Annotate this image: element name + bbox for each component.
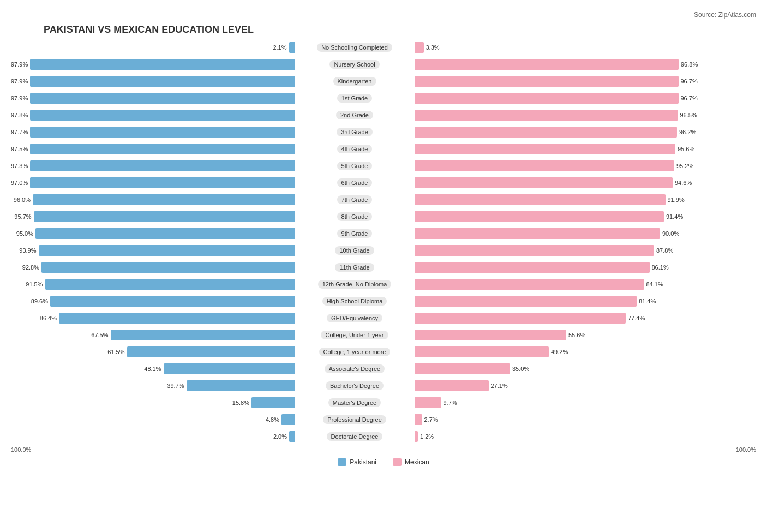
- right-bar-label: 9.7%: [444, 399, 457, 406]
- left-bar: [30, 59, 295, 70]
- right-bar-area: 77.4%: [415, 313, 698, 324]
- left-bar: [30, 127, 295, 138]
- pakistani-legend-box: [338, 458, 346, 466]
- table-row: 61.5%College, 1 year or more49.2%: [11, 344, 756, 360]
- right-bar-area: 95.6%: [415, 144, 698, 154]
- right-bar-label: 84.1%: [646, 281, 663, 288]
- row-label: 4th Grade: [295, 146, 415, 152]
- left-bar-area: 95.7%: [11, 211, 295, 222]
- left-bar-area: 97.5%: [11, 144, 295, 154]
- left-bar: [34, 211, 295, 222]
- row-label: 2nd Grade: [295, 112, 415, 118]
- left-bar-label: 97.3%: [11, 163, 28, 169]
- right-bar-area: 3.3%: [415, 42, 698, 53]
- row-label: Kindergarten: [295, 78, 415, 85]
- row-label: 7th Grade: [295, 196, 415, 203]
- label-pill: College, Under 1 year: [321, 331, 388, 339]
- table-row: 48.1%Associate's Degree35.0%: [11, 361, 756, 376]
- left-bar-label: 95.7%: [14, 213, 31, 220]
- right-bar-area: 96.5%: [415, 110, 698, 121]
- table-row: 86.4%GED/Equivalency77.4%: [11, 310, 756, 326]
- right-bar: [415, 346, 549, 357]
- label-pill: 2nd Grade: [336, 111, 373, 119]
- right-bar-area: 35.0%: [415, 363, 698, 374]
- label-pill: 11th Grade: [335, 263, 374, 272]
- source-label: Source: ZipAtlas.com: [11, 11, 756, 19]
- right-bar: [415, 211, 664, 222]
- left-bar-label: 67.5%: [91, 332, 108, 338]
- left-bar-area: 61.5%: [11, 346, 295, 357]
- table-row: 92.8%11th Grade86.1%: [11, 260, 756, 275]
- right-bar: [415, 144, 675, 154]
- label-pill: Associate's Degree: [325, 364, 385, 373]
- label-pill: No Schooling Completed: [317, 43, 392, 52]
- left-bar-label: 97.8%: [11, 112, 28, 118]
- left-bar: [45, 279, 295, 290]
- left-bar-label: 97.9%: [11, 61, 28, 68]
- left-bar: [111, 330, 295, 340]
- row-label: 10th Grade: [295, 247, 415, 254]
- right-bar-label: 96.2%: [679, 129, 696, 135]
- right-bar-label: 3.3%: [426, 44, 440, 51]
- right-bar: [415, 110, 678, 121]
- axis-right: 100.0%: [472, 446, 756, 453]
- left-bar-label: 39.7%: [167, 382, 184, 389]
- left-bar: [289, 431, 295, 442]
- right-bar-area: 1.2%: [415, 431, 698, 442]
- left-bar: [41, 262, 295, 273]
- left-bar: [30, 110, 295, 121]
- label-pill: Professional Degree: [323, 415, 386, 424]
- right-bar-area: 96.8%: [415, 59, 698, 70]
- right-bar: [415, 313, 626, 324]
- left-bar-area: 67.5%: [11, 330, 295, 340]
- right-bar: [415, 42, 424, 53]
- row-label: Doctorate Degree: [295, 433, 415, 440]
- row-label: Associate's Degree: [295, 366, 415, 372]
- left-bar: [30, 144, 295, 154]
- axis-labels: 100.0% 100.0%: [11, 446, 756, 453]
- mexican-legend-box: [393, 458, 402, 466]
- right-bar: [415, 177, 673, 188]
- left-bar-label: 2.1%: [273, 44, 286, 51]
- left-bar-label: 4.8%: [266, 416, 279, 423]
- right-bar-label: 81.4%: [639, 298, 656, 304]
- left-bar-label: 96.0%: [14, 196, 31, 203]
- right-bar-label: 86.1%: [652, 264, 669, 271]
- left-bar-label: 15.8%: [232, 399, 249, 406]
- right-bar-area: 84.1%: [415, 279, 698, 290]
- left-bar-area: 48.1%: [11, 363, 295, 374]
- right-bar-label: 49.2%: [551, 349, 568, 355]
- row-label: No Schooling Completed: [295, 44, 415, 51]
- right-bar-label: 96.7%: [681, 78, 698, 85]
- label-pill: 10th Grade: [335, 246, 374, 255]
- row-label: 1st Grade: [295, 95, 415, 101]
- label-pill: 3rd Grade: [337, 128, 373, 136]
- label-pill: Doctorate Degree: [327, 432, 383, 441]
- left-bar-area: 92.8%: [11, 262, 295, 273]
- left-bar: [289, 42, 295, 53]
- left-bar-area: 97.0%: [11, 177, 295, 188]
- left-bar: [30, 93, 295, 104]
- row-label: 8th Grade: [295, 213, 415, 220]
- row-label: 12th Grade, No Diploma: [295, 281, 415, 288]
- right-bar-area: 95.2%: [415, 160, 698, 171]
- left-bar-area: 97.9%: [11, 93, 295, 104]
- right-bar-area: 2.7%: [415, 414, 698, 425]
- label-pill: Bachelor's Degree: [326, 381, 384, 390]
- left-bar-label: 95.0%: [16, 230, 33, 237]
- axis-left: 100.0%: [11, 446, 295, 453]
- label-pill: 5th Grade: [337, 162, 373, 170]
- right-bar-label: 35.0%: [512, 366, 529, 372]
- row-label: Nursery School: [295, 61, 415, 68]
- right-bar-area: 87.8%: [415, 245, 698, 256]
- right-bar-label: 95.2%: [676, 163, 693, 169]
- table-row: 97.7%3rd Grade96.2%: [11, 124, 756, 140]
- label-pill: Nursery School: [329, 60, 379, 69]
- label-pill: 8th Grade: [337, 212, 373, 221]
- left-bar-label: 97.9%: [11, 78, 28, 85]
- table-row: 4.8%Professional Degree2.7%: [11, 412, 756, 427]
- right-bar: [415, 93, 679, 104]
- right-bar-area: 90.0%: [415, 228, 698, 239]
- label-pill: Kindergarten: [333, 77, 376, 86]
- left-bar-area: 4.8%: [11, 414, 295, 425]
